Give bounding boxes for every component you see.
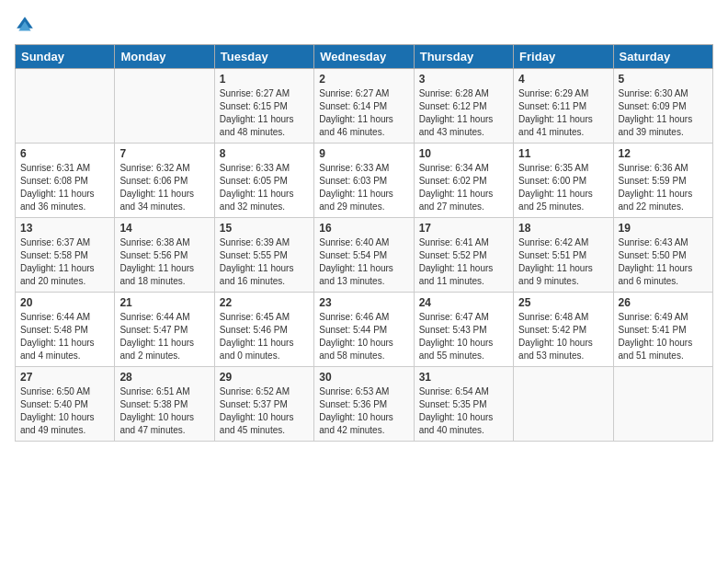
cell-daylight-info: Sunrise: 6:41 AM Sunset: 5:52 PM Dayligh… [419,236,508,288]
cell-daylight-info: Sunrise: 6:51 AM Sunset: 5:38 PM Dayligh… [119,385,209,437]
day-number: 2 [319,73,408,86]
cell-daylight-info: Sunrise: 6:48 AM Sunset: 5:42 PM Dayligh… [518,311,608,362]
calendar-cell: 23Sunrise: 6:46 AM Sunset: 5:44 PM Dayli… [314,293,414,367]
day-number: 25 [518,296,608,309]
calendar-cell: 21Sunrise: 6:44 AM Sunset: 5:47 PM Dayli… [115,293,214,367]
day-number: 15 [220,222,309,235]
calendar-cell: 27Sunrise: 6:50 AM Sunset: 5:40 PM Dayli… [16,367,115,442]
day-number: 4 [518,73,608,86]
calendar-cell: 12Sunrise: 6:36 AM Sunset: 5:59 PM Dayli… [613,144,712,218]
calendar-cell: 15Sunrise: 6:39 AM Sunset: 5:55 PM Dayli… [214,218,313,293]
day-number: 1 [220,73,309,86]
cell-daylight-info: Sunrise: 6:37 AM Sunset: 5:58 PM Dayligh… [20,236,109,288]
cell-daylight-info: Sunrise: 6:43 AM Sunset: 5:50 PM Dayligh… [619,236,708,288]
day-number: 21 [119,296,209,309]
weekday-header: Friday [514,45,613,69]
calendar-cell: 1Sunrise: 6:27 AM Sunset: 6:15 PM Daylig… [214,69,313,144]
weekday-header: Wednesday [314,45,414,69]
day-number: 19 [619,222,708,235]
calendar-cell: 25Sunrise: 6:48 AM Sunset: 5:42 PM Dayli… [514,293,613,367]
weekday-header: Saturday [613,45,712,69]
calendar-cell: 17Sunrise: 6:41 AM Sunset: 5:52 PM Dayli… [414,218,513,293]
calendar-cell: 24Sunrise: 6:47 AM Sunset: 5:43 PM Dayli… [414,293,513,367]
cell-daylight-info: Sunrise: 6:38 AM Sunset: 5:56 PM Dayligh… [119,236,209,288]
calendar-week-row: 20Sunrise: 6:44 AM Sunset: 5:48 PM Dayli… [16,293,713,367]
calendar-cell: 9Sunrise: 6:33 AM Sunset: 6:03 PM Daylig… [314,144,414,218]
logo [15,15,37,35]
cell-daylight-info: Sunrise: 6:29 AM Sunset: 6:11 PM Dayligh… [518,87,608,139]
weekday-header: Thursday [414,45,513,69]
calendar-cell: 13Sunrise: 6:37 AM Sunset: 5:58 PM Dayli… [16,218,115,293]
day-number: 18 [518,222,608,235]
calendar-week-row: 1Sunrise: 6:27 AM Sunset: 6:15 PM Daylig… [16,69,713,144]
calendar-cell: 29Sunrise: 6:52 AM Sunset: 5:37 PM Dayli… [214,367,313,442]
cell-daylight-info: Sunrise: 6:32 AM Sunset: 6:06 PM Dayligh… [119,162,209,213]
day-number: 20 [20,296,109,309]
calendar-cell: 30Sunrise: 6:53 AM Sunset: 5:36 PM Dayli… [314,367,414,442]
calendar-cell: 7Sunrise: 6:32 AM Sunset: 6:06 PM Daylig… [115,144,214,218]
cell-daylight-info: Sunrise: 6:28 AM Sunset: 6:12 PM Dayligh… [419,87,508,139]
calendar-cell: 6Sunrise: 6:31 AM Sunset: 6:08 PM Daylig… [16,144,115,218]
calendar-table: SundayMondayTuesdayWednesdayThursdayFrid… [15,44,713,442]
calendar-cell: 10Sunrise: 6:34 AM Sunset: 6:02 PM Dayli… [414,144,513,218]
calendar-cell: 11Sunrise: 6:35 AM Sunset: 6:00 PM Dayli… [514,144,613,218]
day-number: 6 [20,147,109,160]
day-number: 28 [119,371,209,384]
day-number: 11 [518,147,608,160]
calendar-week-row: 6Sunrise: 6:31 AM Sunset: 6:08 PM Daylig… [16,144,713,218]
day-number: 23 [319,296,408,309]
cell-daylight-info: Sunrise: 6:40 AM Sunset: 5:54 PM Dayligh… [319,236,408,288]
calendar-cell [514,367,613,442]
day-number: 31 [419,371,508,384]
cell-daylight-info: Sunrise: 6:54 AM Sunset: 5:35 PM Dayligh… [419,385,508,437]
cell-daylight-info: Sunrise: 6:46 AM Sunset: 5:44 PM Dayligh… [319,311,408,362]
calendar-cell [613,367,712,442]
page-header [15,15,713,35]
calendar-cell: 28Sunrise: 6:51 AM Sunset: 5:38 PM Dayli… [115,367,214,442]
day-number: 24 [419,296,508,309]
calendar-cell: 31Sunrise: 6:54 AM Sunset: 5:35 PM Dayli… [414,367,513,442]
calendar-cell: 8Sunrise: 6:33 AM Sunset: 6:05 PM Daylig… [214,144,313,218]
weekday-header: Monday [115,45,214,69]
calendar-cell: 14Sunrise: 6:38 AM Sunset: 5:56 PM Dayli… [115,218,214,293]
calendar-cell: 22Sunrise: 6:45 AM Sunset: 5:46 PM Dayli… [214,293,313,367]
day-number: 26 [619,296,708,309]
cell-daylight-info: Sunrise: 6:45 AM Sunset: 5:46 PM Dayligh… [220,311,309,362]
calendar-cell: 5Sunrise: 6:30 AM Sunset: 6:09 PM Daylig… [613,69,712,144]
cell-daylight-info: Sunrise: 6:30 AM Sunset: 6:09 PM Dayligh… [619,87,708,139]
cell-daylight-info: Sunrise: 6:49 AM Sunset: 5:41 PM Dayligh… [619,311,708,362]
day-number: 7 [119,147,209,160]
calendar-cell: 20Sunrise: 6:44 AM Sunset: 5:48 PM Dayli… [16,293,115,367]
calendar-cell: 18Sunrise: 6:42 AM Sunset: 5:51 PM Dayli… [514,218,613,293]
cell-daylight-info: Sunrise: 6:27 AM Sunset: 6:14 PM Dayligh… [319,87,408,139]
day-number: 5 [619,73,708,86]
calendar-header-row: SundayMondayTuesdayWednesdayThursdayFrid… [16,45,713,69]
cell-daylight-info: Sunrise: 6:50 AM Sunset: 5:40 PM Dayligh… [20,385,109,437]
cell-daylight-info: Sunrise: 6:44 AM Sunset: 5:48 PM Dayligh… [20,311,109,362]
day-number: 12 [619,147,708,160]
day-number: 9 [319,147,408,160]
cell-daylight-info: Sunrise: 6:52 AM Sunset: 5:37 PM Dayligh… [220,385,309,437]
calendar-cell: 4Sunrise: 6:29 AM Sunset: 6:11 PM Daylig… [514,69,613,144]
cell-daylight-info: Sunrise: 6:33 AM Sunset: 6:03 PM Dayligh… [319,162,408,213]
day-number: 17 [419,222,508,235]
cell-daylight-info: Sunrise: 6:34 AM Sunset: 6:02 PM Dayligh… [419,162,508,213]
weekday-header: Tuesday [214,45,313,69]
day-number: 14 [119,222,209,235]
cell-daylight-info: Sunrise: 6:33 AM Sunset: 6:05 PM Dayligh… [220,162,309,213]
day-number: 10 [419,147,508,160]
calendar-cell: 16Sunrise: 6:40 AM Sunset: 5:54 PM Dayli… [314,218,414,293]
day-number: 3 [419,73,508,86]
calendar-cell: 2Sunrise: 6:27 AM Sunset: 6:14 PM Daylig… [314,69,414,144]
day-number: 29 [220,371,309,384]
cell-daylight-info: Sunrise: 6:53 AM Sunset: 5:36 PM Dayligh… [319,385,408,437]
calendar-week-row: 13Sunrise: 6:37 AM Sunset: 5:58 PM Dayli… [16,218,713,293]
day-number: 13 [20,222,109,235]
logo-icon [15,15,35,35]
cell-daylight-info: Sunrise: 6:35 AM Sunset: 6:00 PM Dayligh… [518,162,608,213]
day-number: 22 [220,296,309,309]
cell-daylight-info: Sunrise: 6:42 AM Sunset: 5:51 PM Dayligh… [518,236,608,288]
cell-daylight-info: Sunrise: 6:36 AM Sunset: 5:59 PM Dayligh… [619,162,708,213]
day-number: 27 [20,371,109,384]
calendar-cell: 19Sunrise: 6:43 AM Sunset: 5:50 PM Dayli… [613,218,712,293]
